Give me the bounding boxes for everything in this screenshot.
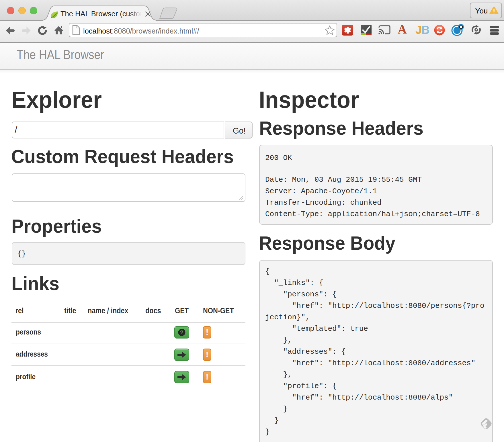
svg-text:?: ?: [180, 329, 183, 335]
